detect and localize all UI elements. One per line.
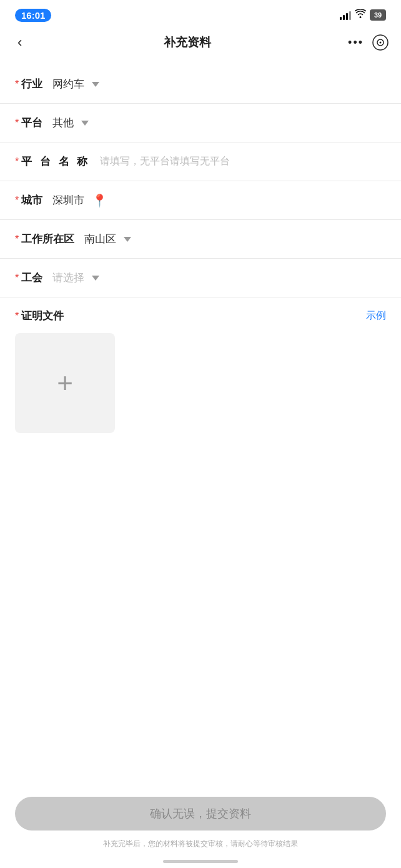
back-button[interactable]: ‹: [12, 32, 27, 53]
union-row[interactable]: * 工会 请选择: [0, 259, 401, 297]
platform-name-required: *: [15, 156, 19, 167]
platform-row[interactable]: * 平台 其他: [0, 104, 401, 142]
industry-row[interactable]: * 行业 网约车: [0, 65, 401, 104]
platform-required: *: [15, 117, 19, 129]
work-district-required: *: [15, 234, 19, 245]
union-dropdown-icon: [92, 276, 99, 281]
nav-bar: ‹ 补充资料 •••: [0, 27, 401, 60]
wifi-icon: [355, 9, 366, 21]
city-value[interactable]: 深圳市 📍: [52, 193, 107, 208]
platform-name-input[interactable]: 请填写，无平台请填写无平台: [100, 155, 386, 168]
bottom-bar: [0, 860, 401, 863]
cert-row: * 证明文件 示例 +: [0, 297, 401, 442]
industry-value[interactable]: 网约车: [52, 77, 99, 91]
battery-icon: 39: [370, 9, 386, 21]
union-value[interactable]: 请选择: [52, 271, 99, 285]
cert-header: * 证明文件 示例: [15, 309, 386, 323]
industry-required: *: [15, 79, 19, 90]
platform-label: 平台: [21, 116, 42, 130]
work-district-value[interactable]: 南山区: [84, 232, 131, 246]
work-district-dropdown-icon: [124, 237, 131, 242]
submit-button-label: 确认无误，提交资料: [150, 806, 251, 821]
submit-area: 确认无误，提交资料: [0, 797, 401, 831]
status-time: 16:01: [15, 9, 51, 22]
cert-left: * 证明文件: [15, 309, 74, 323]
upload-plus-icon: +: [57, 369, 73, 397]
platform-name-label: 平 台 名 称: [21, 154, 90, 169]
scan-icon[interactable]: [372, 34, 389, 51]
industry-label: 行业: [21, 77, 42, 91]
cert-label: 证明文件: [21, 309, 64, 323]
location-pin-icon: 📍: [92, 193, 107, 208]
page-title: 补充资料: [164, 34, 211, 51]
platform-dropdown-icon: [81, 121, 89, 126]
city-label: 城市: [21, 193, 42, 207]
submit-button[interactable]: 确认无误，提交资料: [15, 797, 386, 831]
status-icons: 39: [340, 9, 386, 21]
cert-required: *: [15, 311, 19, 322]
union-required: *: [15, 272, 19, 284]
form-body: * 行业 网约车 * 平台 其他 * 平 台 名 称 请填写，无平台请填写无平台…: [0, 60, 401, 442]
union-label: 工会: [21, 271, 42, 285]
status-bar: 16:01 39: [0, 0, 401, 27]
home-indicator: [163, 860, 238, 863]
platform-name-row[interactable]: * 平 台 名 称 请填写，无平台请填写无平台: [0, 142, 401, 181]
industry-dropdown-icon: [92, 82, 99, 87]
city-row[interactable]: * 城市 深圳市 📍: [0, 181, 401, 220]
signal-bars-icon: [340, 10, 351, 20]
upload-button[interactable]: +: [15, 333, 115, 433]
platform-value[interactable]: 其他: [52, 116, 89, 130]
work-district-label: 工作所在区: [21, 232, 74, 246]
hint-text: 补充完毕后，您的材料将被提交审核，请耐心等待审核结果: [0, 839, 401, 849]
city-required: *: [15, 195, 19, 206]
svg-point-2: [379, 42, 381, 44]
nav-right-actions: •••: [348, 34, 389, 51]
more-options-button[interactable]: •••: [348, 36, 364, 49]
cert-example-button[interactable]: 示例: [366, 309, 386, 322]
work-district-row[interactable]: * 工作所在区 南山区: [0, 220, 401, 259]
